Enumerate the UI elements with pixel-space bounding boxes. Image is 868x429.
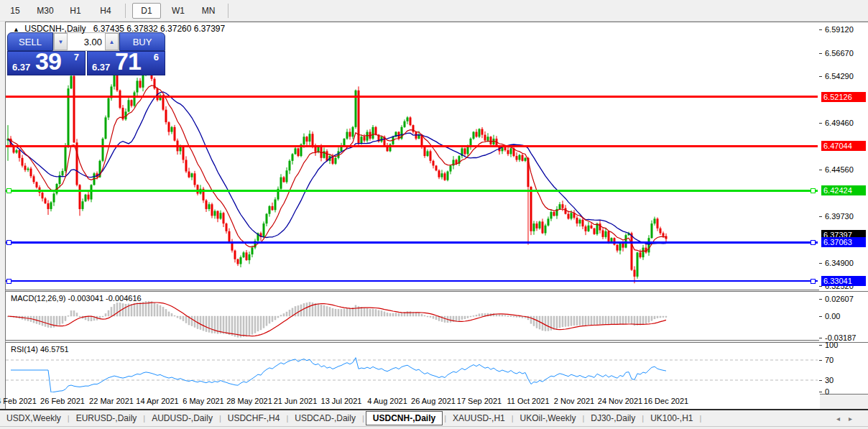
tabs-scroll-right-button[interactable]: ▸ — [849, 415, 861, 423]
one-click-trading-widget: SELL ▼ ▲ BUY 6.37 39 7 6.37 71 6 — [7, 32, 165, 75]
rsi-title: RSI(14) 46.5751 — [11, 345, 69, 354]
price-chart-panel[interactable]: ▲ USDCNH-,Daily 6.37435 6.37832 6.37260 … — [5, 22, 820, 290]
axis-tick-label: 100 — [825, 341, 838, 349]
level-price-tag: 6.37063 — [821, 237, 866, 247]
timeframe-button-h1[interactable]: H1 — [63, 3, 88, 19]
line-handle[interactable] — [811, 240, 816, 245]
trading-terminal-window: 15M30H1H4D1W1MN ▲ USDCNH-,Daily 6.37435 … — [0, 0, 868, 429]
date-axis-label: 22 Mar 2021 — [89, 397, 134, 405]
date-axis-label: 14 Apr 2021 — [136, 397, 178, 405]
chart-tab-xauusdh1[interactable]: XAUUSD-,H1 — [446, 412, 512, 425]
chart-tab-dj30daily[interactable]: DJ30-,Daily — [584, 412, 642, 425]
timeframe-button-15[interactable]: 15 — [2, 3, 28, 19]
bid-prefix: 6.37 — [12, 62, 30, 73]
chart-tab-usdcaddaily[interactable]: USDCAD-,Daily — [288, 412, 362, 425]
date-axis-label: 24 Nov 2021 — [598, 397, 642, 405]
axis-tick-label: 6.59120 — [825, 25, 854, 34]
volume-input[interactable] — [68, 33, 105, 50]
date-axis-label: 16 Dec 2021 — [644, 397, 688, 405]
timeframe-toolbar: 15M30H1H4D1W1MN — [0, 0, 868, 22]
macd-title: MACD(12,26,9) -0.003041 -0.004616 — [11, 294, 142, 303]
tabs-scroll-left-button[interactable]: ◂ — [836, 415, 849, 423]
axis-tick-label: 30 — [825, 376, 834, 384]
bid-big-digits: 39 — [35, 47, 61, 75]
date-axis-label: 4 Aug 2021 — [367, 397, 407, 405]
line-handle[interactable] — [6, 279, 11, 284]
price-level-line[interactable] — [6, 145, 818, 147]
chart-tab-usdchfh4[interactable]: USDCHF-,H4 — [221, 412, 287, 425]
axis-tick-label: 6.39730 — [825, 212, 854, 221]
bid-pip-digit: 7 — [74, 52, 79, 63]
bid-price-display[interactable]: 6.37 39 7 — [7, 51, 86, 75]
line-handle[interactable] — [811, 279, 816, 284]
level-price-tag: 6.47044 — [821, 141, 866, 151]
volume-spinner: ▼ ▲ — [53, 32, 119, 51]
date-axis-label: 6 May 2021 — [183, 397, 223, 405]
axis-tick-label: 6.56670 — [825, 49, 854, 57]
timeframe-button-h4[interactable]: H4 — [93, 3, 119, 19]
date-axis-label: 13 Jul 2021 — [321, 397, 362, 405]
level-price-tag: 6.33041 — [821, 276, 866, 286]
date-axis-label: 2 Nov 2021 — [554, 397, 594, 405]
chart-tab-bar: USDX,Weekly|EURUSD-,Daily|AUDUSD-,Daily|… — [0, 410, 868, 427]
axis-tick-label: 0 — [825, 387, 829, 396]
rsi-indicator-panel[interactable]: RSI(14) 46.5751 — [5, 342, 820, 395]
price-level-line[interactable] — [6, 280, 818, 282]
line-handle[interactable] — [6, 188, 11, 193]
date-axis-label: 4 Feb 2021 — [0, 397, 37, 405]
collapse-triangle-icon[interactable]: ▲ — [13, 26, 19, 33]
price-level-line[interactable] — [6, 96, 818, 98]
ask-price-display[interactable]: 6.37 71 6 — [87, 51, 165, 75]
level-price-tag: 6.42424 — [821, 185, 866, 195]
date-axis-label: 11 Oct 2021 — [507, 397, 549, 405]
chart-tab-ukoilweekly[interactable]: UKOil-,Weekly — [514, 412, 583, 425]
axis-tick-label: 6.34900 — [825, 259, 854, 267]
price-level-line[interactable] — [6, 241, 818, 244]
axis-tick-label: 0.00 — [825, 312, 840, 320]
ask-pip-digit: 6 — [154, 52, 159, 63]
macd-indicator-panel[interactable]: MACD(12,26,9) -0.003041 -0.004616 — [5, 291, 820, 341]
date-axis-label: 28 May 2021 — [226, 397, 272, 405]
axis-tick-label: 6.49460 — [825, 119, 854, 127]
time-axis[interactable]: 4 Feb 202126 Feb 202122 Mar 202114 Apr 2… — [5, 394, 820, 409]
price-level-line[interactable] — [6, 190, 818, 192]
ask-prefix: 6.37 — [92, 62, 110, 73]
chart-tab-usdxweekly[interactable]: USDX,Weekly — [0, 412, 68, 425]
date-axis-label: 17 Sep 2021 — [457, 397, 502, 405]
chart-tab-eurusddaily[interactable]: EURUSD-,Daily — [70, 412, 144, 425]
timeframe-button-w1[interactable]: W1 — [165, 3, 191, 19]
axis-tick-label: 6.44560 — [825, 165, 854, 174]
level-price-tag: 6.52126 — [821, 92, 866, 102]
axis-tick-label: 6.54290 — [825, 72, 854, 80]
chart-tab-audusddaily[interactable]: AUDUSD-,Daily — [145, 412, 219, 425]
date-axis-label: 26 Aug 2021 — [411, 397, 456, 405]
chart-symbol-label: USDCNH-,Daily — [24, 24, 86, 34]
axis-tick-label: 70 — [825, 356, 834, 364]
axis-tick-label: 0.02607 — [825, 295, 854, 303]
ask-big-digits: 71 — [115, 47, 141, 75]
chart-ohlc-values: 6.37435 6.37832 6.37260 6.37397 — [93, 24, 226, 34]
chart-tab-uk100h1[interactable]: UK100-,H1 — [644, 412, 699, 425]
date-axis-label: 26 Feb 2021 — [40, 397, 85, 405]
chart-title: ▲ USDCNH-,Daily 6.37435 6.37832 6.37260 … — [13, 24, 225, 34]
date-axis-label: 21 Jun 2021 — [274, 397, 318, 405]
line-handle[interactable] — [6, 240, 11, 245]
timeframe-button-d1[interactable]: D1 — [132, 3, 161, 19]
line-handle[interactable] — [811, 188, 816, 193]
timeframe-button-mn[interactable]: MN — [195, 3, 221, 19]
chart-tab-usdcnhdaily[interactable]: USDCNH-,Daily — [366, 411, 443, 425]
price-axis[interactable]: 6.591206.566706.542906.494606.445606.397… — [819, 22, 868, 395]
timeframe-button-m30[interactable]: M30 — [32, 3, 58, 19]
